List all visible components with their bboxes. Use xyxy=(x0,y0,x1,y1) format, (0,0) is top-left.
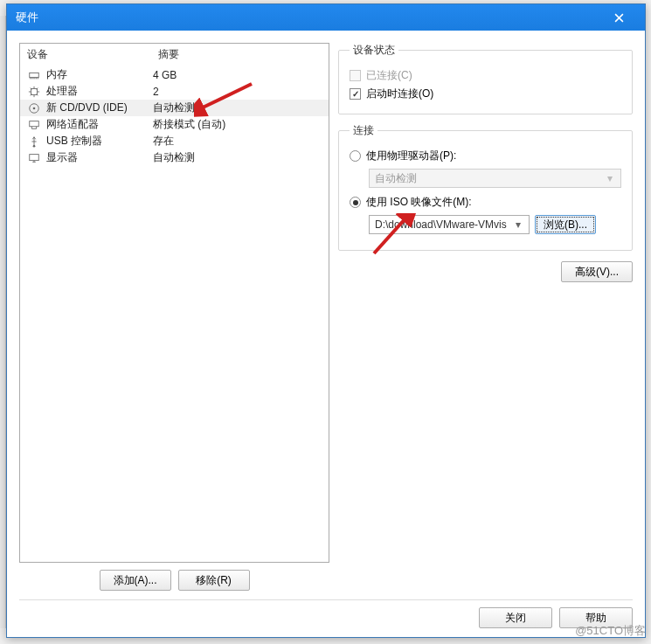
left-panel: 设备 摘要 内存4 GB处理器2新 CD/DVD (IDE)自动检测网络适配器桥… xyxy=(19,43,329,591)
browse-button-label: 浏览(B)... xyxy=(544,218,587,232)
svg-rect-0 xyxy=(30,73,39,77)
device-cell: 内存 xyxy=(27,67,153,82)
device-cell: 新 CD/DVD (IDE) xyxy=(27,100,153,115)
window-title: 硬件 xyxy=(16,10,601,25)
device-row[interactable]: 处理器2 xyxy=(20,83,329,100)
device-list-header: 设备 摘要 xyxy=(20,44,329,66)
use-physical-radio[interactable] xyxy=(350,150,361,162)
device-cell: USB 控制器 xyxy=(27,134,153,149)
use-iso-row[interactable]: 使用 ISO 映像文件(M): xyxy=(350,193,621,211)
device-row[interactable]: USB 控制器存在 xyxy=(20,133,329,149)
physical-drive-sub: 自动检测 ▾ xyxy=(369,165,621,193)
remove-button[interactable]: 移除(R) xyxy=(178,570,250,591)
titlebar: 硬件 xyxy=(7,4,645,31)
remove-button-label: 移除(R) xyxy=(196,573,232,588)
advanced-row: 高级(V)... xyxy=(338,260,633,282)
use-physical-label: 使用物理驱动器(P): xyxy=(366,149,456,163)
use-iso-label: 使用 ISO 映像文件(M): xyxy=(366,195,472,210)
device-cell: 处理器 xyxy=(27,84,153,99)
device-row[interactable]: 新 CD/DVD (IDE)自动检测 xyxy=(20,100,329,116)
device-summary: 存在 xyxy=(153,134,322,149)
device-cell: 网络适配器 xyxy=(27,117,153,132)
svg-rect-6 xyxy=(30,154,39,160)
device-name: USB 控制器 xyxy=(46,134,102,149)
close-icon xyxy=(614,13,624,23)
device-list-buttons: 添加(A)... 移除(R) xyxy=(19,563,329,591)
help-button[interactable]: 帮助 xyxy=(559,607,633,628)
device-row[interactable]: 网络适配器桥接模式 (自动) xyxy=(20,116,329,133)
device-name: 显示器 xyxy=(46,150,78,165)
device-summary: 自动检测 xyxy=(153,150,322,165)
device-row[interactable]: 显示器自动检测 xyxy=(20,149,329,166)
device-name: 新 CD/DVD (IDE) xyxy=(46,100,128,115)
svg-rect-4 xyxy=(30,121,39,126)
content-row: 设备 摘要 内存4 GB处理器2新 CD/DVD (IDE)自动检测网络适配器桥… xyxy=(19,43,633,591)
background-strip xyxy=(0,16,6,628)
physical-drive-combo: 自动检测 ▾ xyxy=(369,169,621,188)
dialog-body: 设备 摘要 内存4 GB处理器2新 CD/DVD (IDE)自动检测网络适配器桥… xyxy=(7,31,645,637)
svg-point-5 xyxy=(33,144,36,147)
disc-icon xyxy=(27,101,41,115)
add-button[interactable]: 添加(A)... xyxy=(100,570,171,591)
close-dialog-button[interactable]: 关闭 xyxy=(479,607,552,628)
device-rows: 内存4 GB处理器2新 CD/DVD (IDE)自动检测网络适配器桥接模式 (自… xyxy=(20,66,329,562)
device-summary: 4 GB xyxy=(153,69,322,81)
usb-icon xyxy=(27,135,41,149)
connection-group: 连接 使用物理驱动器(P): 自动检测 ▾ 使用 ISO 映像文件(M): xyxy=(338,123,633,251)
connected-row: 已连接(C) xyxy=(350,66,621,85)
close-dialog-label: 关闭 xyxy=(505,611,526,626)
physical-drive-value: 自动检测 xyxy=(375,171,417,186)
connected-checkbox xyxy=(350,70,361,81)
device-name: 处理器 xyxy=(46,84,78,99)
chevron-down-icon[interactable]: ▾ xyxy=(511,218,525,232)
display-icon xyxy=(27,151,41,165)
advanced-button-label: 高级(V)... xyxy=(575,265,619,280)
chevron-down-icon: ▾ xyxy=(603,171,617,185)
connect-at-power-on-label: 启动时连接(O) xyxy=(366,87,433,101)
hardware-settings-window: 硬件 设备 摘要 内存4 GB处理器2新 CD/DVD (IDE)自动检测网络适… xyxy=(6,3,646,638)
connect-at-power-on-row[interactable]: 启动时连接(O) xyxy=(350,85,621,103)
connection-legend: 连接 xyxy=(350,123,377,138)
device-cell: 显示器 xyxy=(27,150,153,165)
iso-sub: D:\download\VMware-VMvis ▾ 浏览(B)... xyxy=(369,211,621,239)
advanced-button[interactable]: 高级(V)... xyxy=(561,261,633,282)
device-name: 内存 xyxy=(46,67,67,82)
close-button[interactable] xyxy=(601,4,636,31)
device-summary: 2 xyxy=(153,86,322,98)
svg-rect-1 xyxy=(31,88,38,94)
cpu-icon xyxy=(27,85,41,99)
network-icon xyxy=(27,118,41,132)
device-column-header: 设备 xyxy=(27,47,158,62)
summary-column-header: 摘要 xyxy=(158,47,322,62)
device-list: 设备 摘要 内存4 GB处理器2新 CD/DVD (IDE)自动检测网络适配器桥… xyxy=(19,43,329,563)
device-name: 网络适配器 xyxy=(46,117,99,132)
svg-point-3 xyxy=(33,107,36,109)
memory-icon xyxy=(27,68,41,82)
connect-at-power-on-checkbox[interactable] xyxy=(350,88,361,100)
dialog-footer: 关闭 帮助 xyxy=(19,599,633,628)
device-summary: 自动检测 xyxy=(153,100,322,115)
device-summary: 桥接模式 (自动) xyxy=(153,117,322,132)
use-iso-radio[interactable] xyxy=(350,197,361,208)
device-status-group: 设备状态 已连接(C) 启动时连接(O) xyxy=(338,43,633,114)
right-panel: 设备状态 已连接(C) 启动时连接(O) 连接 使用物理驱动器(P): xyxy=(338,43,633,591)
browse-button[interactable]: 浏览(B)... xyxy=(535,215,596,234)
device-status-legend: 设备状态 xyxy=(350,43,398,58)
use-physical-row[interactable]: 使用物理驱动器(P): xyxy=(350,147,621,165)
add-button-label: 添加(A)... xyxy=(114,573,157,588)
iso-path-value: D:\download\VMware-VMvis xyxy=(375,218,507,231)
connected-label: 已连接(C) xyxy=(366,68,412,83)
iso-path-combo[interactable]: D:\download\VMware-VMvis ▾ xyxy=(369,215,530,234)
device-row[interactable]: 内存4 GB xyxy=(20,66,329,83)
help-button-label: 帮助 xyxy=(585,611,606,626)
